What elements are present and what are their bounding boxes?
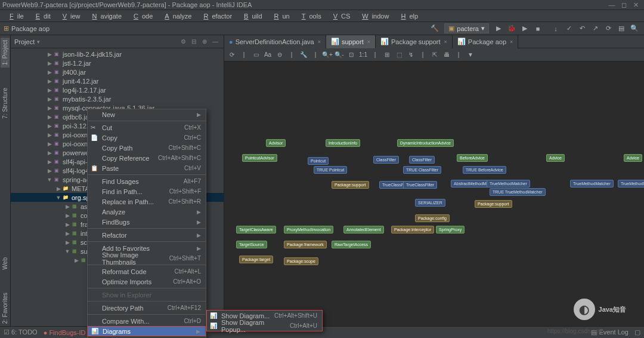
zoom-in-icon[interactable]: 🔍+: [322, 50, 333, 60]
diagram-node[interactable]: Advice: [624, 154, 642, 162]
run-config-combo[interactable]: ▣ pactera ▾: [444, 23, 489, 33]
diagram-node[interactable]: TRUE TrueMethodMatcher: [490, 188, 546, 196]
menu-window[interactable]: Window: [355, 11, 392, 21]
tree-arrow[interactable]: ▶: [47, 96, 52, 102]
diagram-node[interactable]: PointcutAdvisor: [242, 154, 277, 162]
editor-tab[interactable]: 📊Package support×: [376, 35, 453, 48]
menu-build[interactable]: Build: [237, 11, 265, 21]
menu-item[interactable]: Reformat CodeCtrl+Alt+L: [88, 266, 206, 276]
wrench-icon[interactable]: 🔧: [298, 50, 309, 60]
minimize-button[interactable]: —: [606, 1, 618, 8]
structure-icon[interactable]: ▤: [616, 23, 627, 34]
todo-tab[interactable]: ☑ 6: TODO: [4, 328, 38, 336]
diagram-node[interactable]: DynamicIntroductionAdvice: [397, 139, 454, 147]
close-tab-icon[interactable]: ×: [444, 39, 447, 45]
breadcrumb[interactable]: ⊞ Package aop: [4, 24, 49, 32]
diagram-node[interactable]: ClassFilter: [409, 156, 435, 164]
editor-tab[interactable]: 📊Package aop×: [453, 35, 518, 48]
diagram-node[interactable]: Package:support: [475, 200, 512, 208]
search-icon[interactable]: 🔍: [629, 23, 640, 34]
close-tab-icon[interactable]: ×: [367, 39, 370, 45]
zoom-actual-icon[interactable]: 1:1: [358, 50, 369, 60]
menu-run[interactable]: Run: [267, 11, 293, 21]
diagram-node[interactable]: Package:target: [239, 256, 273, 263]
tree-arrow[interactable]: ▶: [47, 114, 52, 120]
diagram-node[interactable]: TRUE ClassFilter: [403, 166, 441, 174]
menu-item[interactable]: Optimize ImportsCtrl+Alt+O: [88, 276, 206, 287]
layout-icon[interactable]: ⊞: [382, 50, 392, 60]
diagram-node[interactable]: Advice: [546, 154, 565, 162]
tree-arrow[interactable]: ▶: [47, 168, 52, 174]
tree-arrow[interactable]: ▶: [64, 239, 70, 245]
vcs-update-icon[interactable]: ↓: [550, 23, 561, 34]
menu-edit[interactable]: Edit: [29, 11, 54, 21]
menu-item[interactable]: New▶: [88, 109, 206, 119]
run-button[interactable]: ▶: [493, 23, 504, 34]
diagram-node[interactable]: TrueMethodMatcher: [618, 180, 644, 188]
chevron-down-icon[interactable]: ▾: [37, 39, 40, 45]
gear-icon[interactable]: ⚙: [178, 37, 188, 47]
editor-tab[interactable]: ●ServerDefinitionAction.java×: [224, 35, 326, 48]
tree-arrow[interactable]: ▶: [47, 141, 52, 147]
tree-arrow[interactable]: ▶: [64, 222, 70, 228]
close-button[interactable]: ✕: [630, 1, 642, 9]
tree-item[interactable]: ▶▣jstl-1.2.jar: [11, 59, 224, 67]
diagram-node[interactable]: AnnotatedElement: [343, 226, 384, 233]
sidetab-favorites[interactable]: 2: Favorites: [1, 290, 10, 326]
menu-vcs[interactable]: VCS: [326, 11, 354, 21]
diagram-node[interactable]: TrueMethodMatcher: [487, 180, 530, 188]
menu-item[interactable]: Show Image ThumbnailsCtrl+Shift+T: [88, 253, 206, 263]
sidetab-web[interactable]: Web: [1, 255, 10, 272]
diagram-node[interactable]: TargetClassAware: [236, 226, 276, 233]
menu-item[interactable]: Copy PathCtrl+Shift+C: [88, 143, 206, 153]
diagram-node[interactable]: TargetSource: [236, 241, 267, 248]
tree-arrow[interactable]: ▶: [47, 159, 52, 165]
sync-icon[interactable]: ⟳: [603, 23, 614, 34]
menu-item[interactable]: FindBugs▶: [88, 217, 206, 227]
menu-item[interactable]: Replace in Path...Ctrl+Shift+R: [88, 196, 206, 207]
aa-icon[interactable]: Aa: [262, 50, 273, 60]
diagram-node[interactable]: ProxyMethodInvocation: [284, 226, 333, 233]
diagram-node[interactable]: RawTargetAccess: [332, 241, 371, 248]
locate-icon[interactable]: ⊕: [200, 37, 209, 47]
tree-arrow[interactable]: ▶: [47, 87, 52, 93]
export-icon[interactable]: ⇱: [429, 50, 440, 60]
stop-button[interactable]: ■: [532, 23, 543, 34]
refresh-icon[interactable]: ⟳: [227, 50, 237, 60]
findbugs-tab[interactable]: ● FindBugs-ID: [44, 329, 86, 336]
tree-arrow[interactable]: ▶: [47, 105, 52, 111]
tree-arrow[interactable]: ▶: [47, 123, 52, 129]
diagram-node[interactable]: SpringProxy: [436, 226, 465, 233]
print-icon[interactable]: 🖶: [441, 50, 452, 60]
menu-item[interactable]: Compare With...Ctrl+D: [88, 316, 206, 326]
menu-tools[interactable]: Tools: [295, 11, 325, 21]
menu-item[interactable]: Find UsagesAlt+F7: [88, 176, 206, 186]
diagram-canvas[interactable]: AdvisorIntroductionInfoDynamicIntroducti…: [224, 62, 644, 326]
zoom-out-icon[interactable]: 🔍-: [334, 50, 345, 60]
tree-arrow[interactable]: ▶: [47, 132, 52, 138]
sidetab-project[interactable]: 1: Project: [1, 38, 10, 67]
sidetab-structure[interactable]: 7: Structure: [1, 85, 10, 121]
tree-arrow[interactable]: ▶: [73, 257, 79, 263]
diagram-node[interactable]: Package:support: [332, 181, 369, 189]
build-icon[interactable]: 🔨: [429, 23, 440, 34]
tree-arrow[interactable]: ▼: [47, 177, 52, 183]
diagram-node[interactable]: TrueClassFilter: [403, 181, 437, 189]
menu-item[interactable]: 📊Diagrams▶: [88, 326, 206, 336]
fit-icon[interactable]: ⬚: [394, 50, 404, 60]
collapse-icon[interactable]: ⊟: [189, 37, 199, 47]
tree-item[interactable]: ▶▣jt400.jar: [11, 67, 224, 76]
menu-item[interactable]: 📋PasteCtrl+V: [88, 163, 206, 173]
tree-arrow[interactable]: ▶: [47, 60, 52, 66]
menu-code[interactable]: Code: [126, 11, 156, 21]
menu-file[interactable]: File: [2, 11, 27, 21]
tree-item[interactable]: ▶▣log4j-1.2.17.jar: [11, 85, 224, 94]
menu-item[interactable]: Refactor▶: [88, 230, 206, 240]
menu-refactor[interactable]: Refactor: [196, 11, 236, 21]
diagram-node[interactable]: SERIALIZER: [415, 199, 445, 207]
tree-item[interactable]: ▶▣json-lib-2.4-jdk15.jar: [11, 50, 224, 59]
diagram-node[interactable]: Package:interceptor: [391, 226, 434, 233]
debug-button[interactable]: 🐞: [506, 23, 517, 34]
tree-arrow[interactable]: ▶: [64, 204, 70, 210]
close-tab-icon[interactable]: ×: [510, 39, 513, 45]
